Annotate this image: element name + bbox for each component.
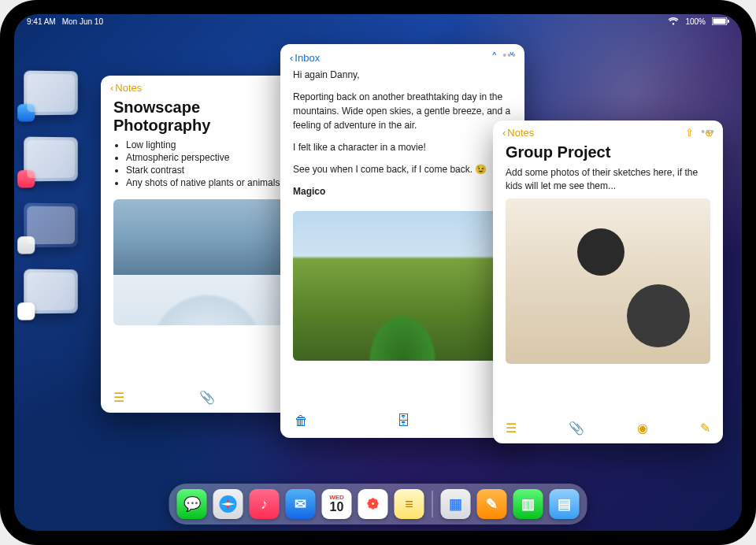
trash-icon[interactable]: 🗑 [295, 413, 308, 430]
dock-app-photos[interactable]: ❁ [358, 489, 388, 519]
mail-back-button[interactable]: ‹ Inbox [290, 52, 320, 64]
dock-separator [432, 491, 433, 517]
ipad-device-frame: 9:41 AM Mon Jun 10 100% [0, 0, 756, 545]
dock-app-music[interactable]: ♪ [250, 489, 280, 519]
dock-app-pages[interactable]: ✎ [477, 489, 507, 519]
status-date: Mon Jun 10 [62, 17, 103, 26]
attachment-icon[interactable]: 📎 [569, 421, 584, 436]
dock-app-mail[interactable]: ✉ [286, 489, 316, 519]
checklist-icon[interactable]: ☰ [113, 390, 124, 405]
battery-percent: 100% [685, 17, 706, 26]
draw-icon[interactable]: ◉ [637, 421, 648, 436]
mail-window[interactable]: ••• ‹ Inbox ˄ ˅ Hi again Danny, Reportin… [280, 44, 524, 438]
wifi-icon [668, 17, 679, 25]
dock-app-files[interactable]: ▤ [550, 489, 580, 519]
screen: 9:41 AM Mon Jun 10 100% [14, 14, 742, 531]
photos-icon [17, 302, 35, 321]
notes-back-label: Notes [115, 82, 142, 94]
dock-app-numbers[interactable]: ▥ [513, 489, 543, 519]
stage-thumb-4[interactable] [24, 269, 77, 314]
mail-paragraph: See you when I come back, if I come back… [293, 162, 512, 176]
stage-thumb-1[interactable] [24, 71, 77, 116]
chevron-left-icon: ‹ [110, 82, 113, 94]
svg-rect-1 [713, 19, 726, 24]
note-image [506, 198, 710, 364]
share-icon[interactable]: ⇧ [685, 127, 694, 139]
compose-icon[interactable]: ✎ [700, 421, 710, 436]
files-icon [17, 236, 35, 254]
mail-back-label: Inbox [295, 52, 320, 64]
notes-back-label: Notes [507, 127, 534, 139]
stage-thumb-3[interactable] [24, 203, 77, 248]
mail-paragraph: Reporting back on another breathtaking d… [293, 90, 512, 132]
dock-app-freeform[interactable]: ▦ [441, 489, 471, 519]
attachment-icon[interactable]: 📎 [199, 390, 215, 405]
note-image [113, 199, 301, 325]
dock-app-notes[interactable]: ≡ [395, 489, 424, 519]
dock-app-messages[interactable]: 💬 [177, 489, 207, 519]
mail-greeting: Hi again Danny, [293, 68, 512, 82]
archive-icon[interactable]: 🗄 [397, 413, 410, 430]
notes-back-button[interactable]: ‹ Notes [110, 82, 142, 94]
music-icon [17, 170, 35, 188]
stage-manager-strip [24, 71, 79, 313]
note-title: Group Project [493, 140, 723, 166]
list-item: Stark contrast [126, 165, 301, 176]
chevron-left-icon: ‹ [290, 52, 293, 64]
mail-body: Hi again Danny, Reporting back on anothe… [280, 68, 524, 206]
status-bar: 9:41 AM Mon Jun 10 100% [14, 14, 742, 28]
chevron-left-icon: ‹ [502, 127, 506, 139]
notes-toolbar: ☰ 📎 ◉ ✎ [493, 416, 723, 443]
list-item: Low lighting [126, 139, 301, 150]
dock-app-calendar[interactable]: WED 10 [322, 489, 352, 519]
window-menu-icon[interactable]: ••• [701, 125, 715, 138]
calendar-day: 10 [330, 501, 344, 513]
window-menu-icon[interactable]: ••• [502, 49, 517, 61]
previous-message-icon[interactable]: ˄ [491, 50, 498, 65]
mail-attachment-image [293, 211, 512, 361]
svg-rect-2 [728, 20, 729, 23]
notes-window-group-project[interactable]: ••• ‹ Notes ⇧ ⊕ Group Project Add some p… [493, 120, 723, 443]
dock: 💬 ♪ ✉ WED 10 ❁ ≡ ▦ ✎ ▥ ▤ [169, 484, 587, 525]
note-body: Add some photos of their sketches here, … [493, 166, 723, 194]
status-time: 9:41 AM [27, 17, 56, 26]
mail-paragraph: I felt like a character in a movie! [293, 140, 512, 154]
dock-app-safari[interactable] [213, 489, 243, 519]
notes-back-button[interactable]: ‹ Notes [502, 127, 534, 139]
mail-icon [17, 104, 35, 122]
list-item: Any shots of native plants or animals [126, 177, 301, 188]
checklist-icon[interactable]: ☰ [506, 421, 517, 436]
mail-signature: Magico [293, 184, 512, 198]
list-item: Atmospheric perspective [126, 152, 301, 163]
mail-toolbar: 🗑 🗄 ↩ [280, 409, 524, 438]
battery-icon [712, 17, 729, 25]
stage-thumb-2[interactable] [24, 137, 77, 182]
